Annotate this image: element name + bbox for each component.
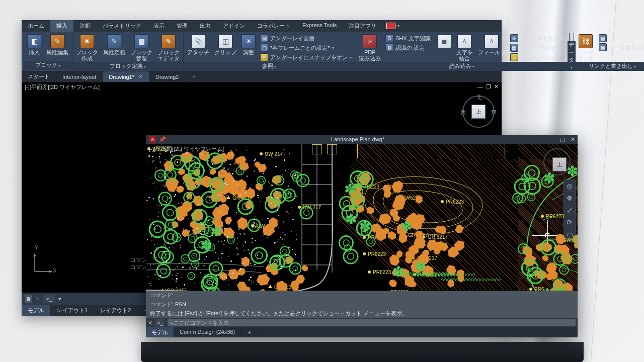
command-prompt-icon[interactable]: >_ (155, 319, 165, 326)
pin-icon[interactable]: 📌 (159, 136, 166, 143)
command-input[interactable]: ▸ ここにコマンドを入力 (168, 319, 576, 326)
panel-title[interactable]: ブロック定義 (72, 62, 183, 71)
plant-label[interactable]: PR6223 (368, 269, 391, 275)
edit-attributes-button[interactable]: ✎ 属性編集 (45, 34, 70, 56)
field-button[interactable]: Aフィールド (476, 34, 507, 56)
shrub-block[interactable] (559, 265, 569, 275)
data-export-button[interactable]: ▦データ書き出し (598, 43, 644, 52)
shrub-block[interactable] (540, 239, 556, 255)
frame-settings-button[interactable]: ▢*各フレームごとの設定* ▾ (259, 43, 353, 52)
shrub-block[interactable] (251, 247, 268, 264)
flower-block[interactable]: ✽ (200, 239, 212, 253)
zoom-extents-icon[interactable]: ⤢ (564, 204, 575, 216)
shrub-block[interactable] (208, 261, 223, 276)
underlay-layers-button[interactable]: ▤アンダーレイ画層 (259, 34, 353, 43)
block-editor-button[interactable]: ✎ブロック エディタ (156, 34, 181, 62)
data-link-small-button[interactable]: ▦ (598, 34, 644, 43)
shrub-block[interactable] (366, 237, 375, 246)
panel-title[interactable]: 読み込み (355, 62, 569, 71)
flower-block[interactable]: ✽ (567, 164, 578, 178)
pan-icon[interactable]: ✥ (564, 192, 575, 204)
ribbon-tab[interactable]: 管理 (171, 20, 194, 32)
shrub-block[interactable] (188, 250, 200, 262)
flower-block[interactable]: ✽ (345, 213, 357, 227)
document-tab[interactable]: Drawing2 (149, 71, 185, 82)
shrub-block[interactable] (247, 218, 261, 232)
close-tab-icon[interactable]: ✕ (138, 73, 143, 80)
layout-tab[interactable]: モデル (146, 327, 174, 337)
shrub-block[interactable] (282, 190, 291, 199)
flower-block[interactable]: ✽ (543, 171, 555, 186)
plant-label[interactable]: PR6223 (541, 214, 564, 219)
command-line[interactable]: ✕ >_ ▸ ここにコマンドを入力 (146, 318, 578, 327)
drawing-canvas[interactable]: [-][平面図][2D ワイヤフレーム] (146, 144, 578, 291)
shrub-block[interactable] (237, 198, 254, 215)
title-bar[interactable]: A 📌 Landscape Plan.dwg* — ▢ ✕ (146, 135, 578, 144)
orbit-icon[interactable]: ⟳ (564, 216, 575, 228)
layout-tab[interactable]: モデル (22, 305, 51, 316)
panel-title[interactable]: リンクと書き出し (574, 62, 644, 71)
close-icon[interactable]: ✕ (568, 136, 578, 143)
close-cmdline-icon[interactable]: ✕ (148, 320, 152, 326)
document-tab[interactable]: Drawing1*✕ (103, 71, 149, 82)
command-line-launcher[interactable]: >_ (43, 295, 55, 303)
ribbon-tab[interactable]: アドイン (217, 20, 251, 32)
add-layout-button[interactable]: ＋ (241, 327, 258, 337)
flower-block[interactable]: ✽ (400, 220, 412, 234)
hyperlink-button[interactable]: ⍟ハイパーリンク (509, 53, 567, 62)
ribbon-tab[interactable]: Express Tools (296, 20, 343, 32)
ribbon-tab[interactable]: コラボレート (251, 20, 296, 32)
groundcover-squiggle[interactable] (415, 270, 475, 279)
groundcover-squiggle[interactable] (387, 289, 447, 291)
flower-block[interactable]: ✽ (359, 220, 371, 234)
viewcube-top-face[interactable]: 上 (471, 105, 486, 119)
shrub-block[interactable] (553, 279, 566, 291)
minimize-icon[interactable]: — (547, 136, 557, 142)
close-icon[interactable]: ✕ (494, 83, 499, 90)
shrub-block[interactable] (527, 267, 544, 284)
compass-west[interactable]: 西 (460, 109, 466, 116)
compass-east[interactable]: 東 (491, 109, 497, 116)
attach-button[interactable]: 📎アタッチ (186, 34, 211, 56)
shrub-block[interactable] (192, 209, 207, 224)
viewport-label[interactable]: [-][平面図][2D ワイヤフレーム] (25, 83, 100, 91)
plant-label[interactable]: GR 3217 (422, 234, 448, 240)
shrub-block[interactable] (514, 178, 530, 195)
recognition-settings-button[interactable]: ⚙認識の 設定 (384, 43, 432, 52)
shrub-block[interactable] (274, 175, 284, 186)
shx-recognize-button[interactable]: SSHX 文字認識 (384, 34, 432, 43)
plant-label[interactable]: PR6223 (363, 251, 386, 257)
shrub-block[interactable] (518, 243, 529, 254)
shrub-block[interactable] (158, 192, 172, 206)
snap-underlay-button[interactable]: ⌖アンダーレイにスナップをオン ▾ (259, 53, 353, 62)
layout-tab[interactable]: レイアウト1 (51, 305, 94, 316)
compass-north[interactable]: 北 (476, 94, 482, 101)
panel-title[interactable]: ブロック (24, 61, 72, 70)
adjust-button[interactable]: ☀調整 (240, 34, 257, 56)
layout-tab[interactable]: Comm Design (24x36) (174, 327, 241, 337)
document-tab[interactable]: Interior-layout (56, 71, 103, 82)
shrub-block[interactable] (156, 263, 171, 278)
ribbon-tab[interactable]: ホーム (22, 20, 50, 32)
shrub-block[interactable] (570, 254, 578, 263)
shrub-block[interactable] (162, 205, 178, 221)
shrub-block[interactable] (183, 192, 195, 204)
create-block-button[interactable]: ✷ブロック 作成 (74, 34, 100, 62)
clip-button[interactable]: ◫クリップ (213, 34, 238, 56)
define-attr-button[interactable]: ✎属性定義 (102, 34, 127, 56)
shrub-block[interactable] (553, 252, 567, 265)
viewcube[interactable]: 上 北 東 西 (462, 96, 495, 128)
maximize-icon[interactable]: ▢ (557, 136, 568, 143)
recognition-panel-button[interactable]: ≣ (436, 34, 453, 49)
shrub-block[interactable] (188, 233, 197, 243)
pdf-import-button[interactable]: ⎘PDF 読み込み (357, 34, 382, 62)
panel-title[interactable]: 参照 (184, 62, 355, 71)
ribbon-tab[interactable]: 表示 (147, 20, 171, 32)
viewcube-top-face[interactable]: 上 (552, 157, 567, 171)
shrub-block[interactable] (256, 176, 265, 185)
minimize-icon[interactable]: — (477, 83, 483, 90)
new-tab-button[interactable]: ＋ (185, 71, 203, 82)
document-tab[interactable]: スタート (22, 71, 56, 82)
ribbon-tab[interactable]: 挿入 (50, 20, 73, 32)
ribbon-tab[interactable]: 注釈 (73, 20, 97, 32)
